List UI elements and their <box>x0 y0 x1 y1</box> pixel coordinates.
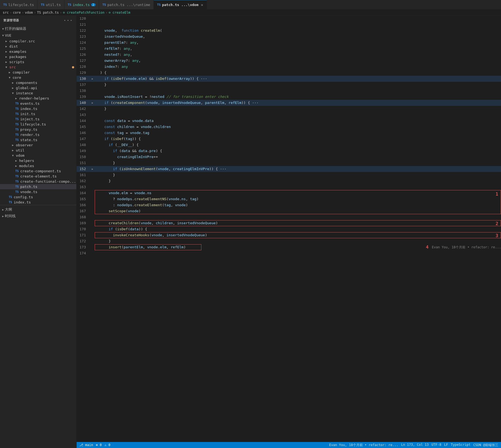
code-line-149: 149 if (data && data.pre) { <box>77 148 501 154</box>
tree-item-vdom[interactable]: ▼ vdom <box>0 153 76 158</box>
tree-item-events[interactable]: TS events.ts <box>0 101 76 106</box>
chevron-right-icon: ▶ <box>12 144 15 147</box>
chevron-right-icon: ▶ <box>2 215 4 218</box>
git-branch: ⎇ main <box>79 443 93 447</box>
ts-icon: TS <box>15 102 19 105</box>
tree-item-helpers[interactable]: ▶ helpers <box>0 158 76 163</box>
code-line-127: 127 ownerArray?: any, <box>77 58 501 64</box>
tree-item-patch[interactable]: TS patch.ts <box>0 184 76 189</box>
tree-item-config[interactable]: TS config.ts <box>0 194 76 200</box>
tab-bar: TS lifecycle.ts TS util.ts TS index.ts 2… <box>0 0 501 10</box>
ts-icon: TS <box>41 3 44 7</box>
code-line-126: 126 nested?: any, <box>77 52 501 58</box>
tab-badge: 2 <box>91 3 95 6</box>
error-count: ⊗ 0 <box>96 443 102 447</box>
code-line-173: 173 insert(parentElm, vnode.elm, refElm)… <box>77 244 501 250</box>
chevron-right-icon: ▶ <box>12 86 15 89</box>
vue-section[interactable]: ▼ VUE <box>0 32 76 39</box>
ts-icon: TS <box>9 201 12 204</box>
tree-item-core[interactable]: ▼ core <box>0 75 76 80</box>
breadcrumb: src › core › vdom › TS patch.ts › ⊙ crea… <box>0 10 501 16</box>
code-line-130: 130 ▶ if (isDef(vnode.elm) && isDef(owne… <box>77 76 501 82</box>
annotation-label-1: 1 <box>496 191 498 197</box>
code-container[interactable]: 120 121 function createElm( 122 <box>77 16 501 442</box>
code-line-120: 120 <box>77 16 501 22</box>
tree-item-init[interactable]: TS init.ts <box>0 111 76 117</box>
tree-item-inject[interactable]: TS inject.ts <box>0 117 76 122</box>
code-line-150: 150 creatingElmInVPre++ <box>77 154 501 160</box>
csdn-watermark: CSDN @前端张三 <box>473 443 498 447</box>
tree-item-scripts[interactable]: ▶ scripts <box>0 59 76 65</box>
code-line-172: 172 } <box>77 238 501 244</box>
tree-item-packages[interactable]: ▶ packages <box>0 54 76 59</box>
code-line-167: 167 setScope(vnode) <box>77 208 501 214</box>
close-icon[interactable]: × <box>201 3 203 7</box>
chevron-right-icon: ▶ <box>5 40 8 43</box>
code-line-146: 146 const tag = vnode.tag <box>77 130 501 136</box>
sidebar-title: 资源管理器 ··· <box>0 16 76 25</box>
main-area: 资源管理器 ··· ▼ 打开的编辑器 ▼ VUE ▶ compiler.src … <box>0 16 501 448</box>
tree-item-compiler[interactable]: ▶ compiler <box>0 70 76 75</box>
annotation-label-2: 2 <box>496 221 498 227</box>
tree-item-proxy[interactable]: TS proxy.ts <box>0 127 76 132</box>
annotation-label-4: 4 <box>426 244 429 250</box>
warning-count: ⚠ 0 <box>105 443 111 447</box>
chevron-down-icon: ▼ <box>2 34 4 37</box>
tab-patch-vdom[interactable]: TS patch.ts ...\vdom × <box>154 0 207 10</box>
outline-section[interactable]: ▶ 大纲 <box>0 206 76 213</box>
tab-lifecycle[interactable]: TS lifecycle.ts <box>0 0 37 10</box>
ts-icon: TS <box>15 128 19 131</box>
status-bar: ⎇ main ⊗ 0 ⚠ 0 Evan You, 18个月前 • refacto… <box>77 442 501 448</box>
tree-item-create-functional[interactable]: TS create-functional-compo... <box>0 179 76 184</box>
tree-item-create-element[interactable]: TS create-element.ts <box>0 174 76 179</box>
tree-item-index-instance[interactable]: TS index.ts <box>0 106 76 111</box>
tree-item-components[interactable]: ▶ components <box>0 80 76 85</box>
ts-icon: TS <box>9 196 12 199</box>
code-line-121: 121 function createElm( <box>77 22 501 28</box>
tree-item-render-helpers[interactable]: ▶ render-helpers <box>0 96 76 101</box>
tree-item-util[interactable]: ▶ util <box>0 148 76 153</box>
editor-area: 120 121 function createElm( 122 <box>77 16 501 448</box>
tab-util[interactable]: TS util.ts <box>37 0 64 10</box>
chevron-down-icon: ▼ <box>12 154 15 157</box>
tree-item-vnode[interactable]: TS vnode.ts <box>0 189 76 194</box>
tree-item-state[interactable]: TS state.ts <box>0 137 76 142</box>
code-line-122: 122 vnode, <box>77 28 501 34</box>
tree-item-compiler-src[interactable]: ▶ compiler.src <box>0 39 76 44</box>
tree-item-modules[interactable]: ▶ modules <box>0 163 76 168</box>
code-line-140: 140 ▶ if (createComponent(vnode, inserte… <box>77 100 501 106</box>
code-line-171: 171 invokeCreateHooks(vnode, insertedVno… <box>77 232 501 238</box>
open-editors-section[interactable]: ▼ 打开的编辑器 <box>0 25 76 32</box>
code-line-144: 144 const data = vnode.data <box>77 118 501 124</box>
tree-item-src[interactable]: ▼ src <box>0 65 76 70</box>
tree-item-render[interactable]: TS render.ts <box>0 132 76 137</box>
tab-label: patch.ts ...\vdom <box>162 3 198 7</box>
code-line-142: 142 } <box>77 106 501 112</box>
tree-item-index-src[interactable]: TS index.ts <box>0 200 76 205</box>
tree-item-lifecycle[interactable]: TS lifecycle.ts <box>0 122 76 127</box>
git-blame-status: Evan You, 18个月前 • refactor: re... <box>329 443 398 447</box>
code-line-162: 162 } <box>77 178 501 184</box>
tab-label: lifecycle.ts <box>8 3 34 7</box>
tab-label: index.ts <box>73 3 90 7</box>
tree-item-instance[interactable]: ▼ instance <box>0 91 76 96</box>
tab-patch-runtime[interactable]: TS patch.ts ...\runtime <box>99 0 154 10</box>
ts-icon: TS <box>15 175 19 178</box>
code-line-169: 169 createChildren(vnode, children, inse… <box>77 220 501 226</box>
tree-item-dist[interactable]: ▶ dist <box>0 44 76 49</box>
ts-icon: TS <box>15 118 19 121</box>
chevron-right-icon: ▶ <box>9 71 11 74</box>
tree-item-create-component[interactable]: TS create-component.ts <box>0 168 76 174</box>
timeline-section[interactable]: ▶ 时间线 <box>0 213 76 219</box>
tree-item-observer[interactable]: ▶ observer <box>0 142 76 148</box>
code-line-147: 147 if (isDef(tag)) { <box>77 136 501 142</box>
chevron-right-icon: ▶ <box>15 159 18 162</box>
code-line-129: 129 ) { <box>77 70 501 76</box>
tree-item-examples[interactable]: ▶ examples <box>0 49 76 54</box>
ts-icon: TS <box>15 123 19 126</box>
sidebar-menu-icon[interactable]: ··· <box>63 18 73 23</box>
tree-item-global-api[interactable]: ▶ global-api <box>0 85 76 91</box>
ts-icon: TS <box>68 3 71 7</box>
tab-label: patch.ts ...\runtime <box>107 3 150 7</box>
tab-index[interactable]: TS index.ts 2 <box>64 0 99 10</box>
